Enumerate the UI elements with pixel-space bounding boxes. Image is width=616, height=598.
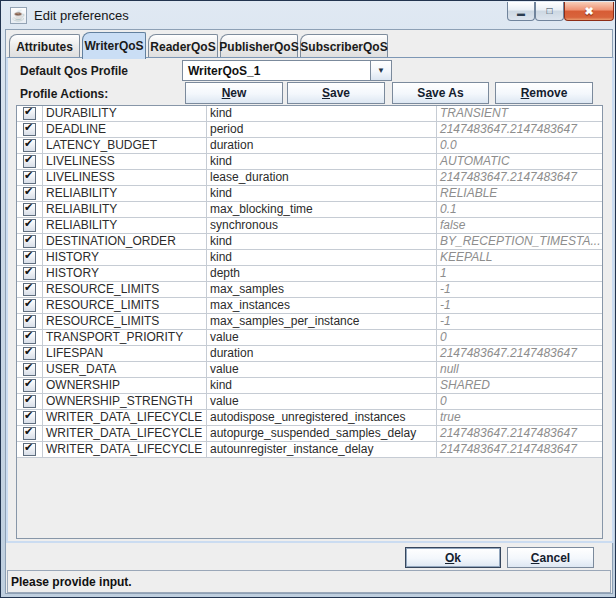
table-row[interactable]: ✔ USER_DATA value null: [17, 362, 602, 378]
table-row[interactable]: ✔ OWNERSHIP kind SHARED: [17, 378, 602, 394]
row-checkbox[interactable]: ✔: [23, 443, 36, 456]
value-cell[interactable]: RELIABLE: [437, 186, 602, 202]
table-row[interactable]: ✔ LIVELINESS lease_duration 2147483647.2…: [17, 170, 602, 186]
row-checkbox[interactable]: ✔: [23, 347, 36, 360]
tab-subscriberqos[interactable]: SubscriberQoS: [300, 34, 388, 58]
policy-cell[interactable]: RESOURCE_LIMITS: [43, 298, 207, 314]
policy-cell[interactable]: LIFESPAN: [43, 346, 207, 362]
policy-cell[interactable]: WRITER_DATA_LIFECYCLE: [43, 426, 207, 442]
row-checkbox[interactable]: ✔: [23, 139, 36, 152]
attribute-cell[interactable]: duration: [207, 138, 437, 154]
value-cell[interactable]: 2147483647.2147483647: [437, 442, 602, 458]
policy-cell[interactable]: RELIABILITY: [43, 202, 207, 218]
table-row[interactable]: ✔ HISTORY kind KEEPALL: [17, 250, 602, 266]
policy-cell[interactable]: OWNERSHIP: [43, 378, 207, 394]
attribute-cell[interactable]: kind: [207, 154, 437, 170]
value-cell[interactable]: 2147483647.2147483647: [437, 122, 602, 138]
table-row[interactable]: ✔ RESOURCE_LIMITS max_samples -1: [17, 282, 602, 298]
row-checkbox[interactable]: ✔: [23, 123, 36, 136]
row-checkbox[interactable]: ✔: [23, 235, 36, 248]
attribute-cell[interactable]: lease_duration: [207, 170, 437, 186]
attribute-cell[interactable]: value: [207, 362, 437, 378]
attribute-cell[interactable]: max_instances: [207, 298, 437, 314]
table-row[interactable]: ✔ LIVELINESS kind AUTOMATIC: [17, 154, 602, 170]
row-checkbox[interactable]: ✔: [23, 171, 36, 184]
value-cell[interactable]: 2147483647.2147483647: [437, 170, 602, 186]
table-row[interactable]: ✔ RELIABILITY synchronous false: [17, 218, 602, 234]
attribute-cell[interactable]: value: [207, 330, 437, 346]
value-cell[interactable]: 0: [437, 394, 602, 410]
attribute-cell[interactable]: autodispose_unregistered_instances: [207, 410, 437, 426]
value-cell[interactable]: 0.1: [437, 202, 602, 218]
value-cell[interactable]: SHARED: [437, 378, 602, 394]
value-cell[interactable]: 0.0: [437, 138, 602, 154]
attribute-cell[interactable]: autounregister_instance_delay: [207, 442, 437, 458]
maximize-button[interactable]: □: [535, 2, 564, 21]
table-row[interactable]: ✔ WRITER_DATA_LIFECYCLE autounregister_i…: [17, 442, 602, 458]
attribute-cell[interactable]: kind: [207, 234, 437, 250]
attribute-cell[interactable]: kind: [207, 250, 437, 266]
row-checkbox[interactable]: ✔: [23, 411, 36, 424]
close-button[interactable]: ✖: [564, 2, 614, 21]
cancel-button[interactable]: Cancel: [507, 547, 594, 568]
default-qos-profile-select[interactable]: WriterQoS_1 ▼: [182, 60, 392, 81]
policy-cell[interactable]: USER_DATA: [43, 362, 207, 378]
policy-cell[interactable]: HISTORY: [43, 266, 207, 282]
row-checkbox[interactable]: ✔: [23, 267, 36, 280]
policy-cell[interactable]: LIVELINESS: [43, 170, 207, 186]
attribute-cell[interactable]: value: [207, 394, 437, 410]
minimize-button[interactable]: ▬: [507, 2, 535, 21]
table-row[interactable]: ✔ RESOURCE_LIMITS max_samples_per_instan…: [17, 314, 602, 330]
value-cell[interactable]: -1: [437, 298, 602, 314]
tab-attributes[interactable]: Attributes: [9, 34, 80, 58]
tab-readerqos[interactable]: ReaderQoS: [148, 34, 218, 58]
attribute-cell[interactable]: max_samples: [207, 282, 437, 298]
row-checkbox[interactable]: ✔: [23, 155, 36, 168]
value-cell[interactable]: AUTOMATIC: [437, 154, 602, 170]
row-checkbox[interactable]: ✔: [23, 395, 36, 408]
policy-cell[interactable]: DEADLINE: [43, 122, 207, 138]
table-row[interactable]: ✔ LIFESPAN duration 2147483647.214748364…: [17, 346, 602, 362]
value-cell[interactable]: 2147483647.2147483647: [437, 346, 602, 362]
value-cell[interactable]: false: [437, 218, 602, 234]
ok-button[interactable]: Ok: [405, 547, 501, 568]
policy-cell[interactable]: RELIABILITY: [43, 186, 207, 202]
policy-cell[interactable]: RELIABILITY: [43, 218, 207, 234]
table-row[interactable]: ✔ OWNERSHIP_STRENGTH value 0: [17, 394, 602, 410]
row-checkbox[interactable]: ✔: [23, 363, 36, 376]
value-cell[interactable]: KEEPALL: [437, 250, 602, 266]
row-checkbox[interactable]: ✔: [23, 283, 36, 296]
row-checkbox[interactable]: ✔: [23, 107, 36, 120]
value-cell[interactable]: 0: [437, 330, 602, 346]
value-cell[interactable]: BY_RECEPTION_TIMESTA...: [437, 234, 602, 250]
value-cell[interactable]: TRANSIENT: [437, 106, 602, 122]
value-cell[interactable]: true: [437, 410, 602, 426]
tab-publisherqos[interactable]: PublisherQoS: [220, 34, 298, 58]
row-checkbox[interactable]: ✔: [23, 187, 36, 200]
policy-cell[interactable]: RESOURCE_LIMITS: [43, 282, 207, 298]
attribute-cell[interactable]: max_blocking_time: [207, 202, 437, 218]
policy-cell[interactable]: WRITER_DATA_LIFECYCLE: [43, 410, 207, 426]
attribute-cell[interactable]: duration: [207, 346, 437, 362]
policy-cell[interactable]: WRITER_DATA_LIFECYCLE: [43, 442, 207, 458]
table-row[interactable]: ✔ RELIABILITY max_blocking_time 0.1: [17, 202, 602, 218]
combo-dropdown-button[interactable]: ▼: [370, 61, 391, 80]
row-checkbox[interactable]: ✔: [23, 299, 36, 312]
row-checkbox[interactable]: ✔: [23, 251, 36, 264]
table-row[interactable]: ✔ RELIABILITY kind RELIABLE: [17, 186, 602, 202]
table-row[interactable]: ✔ TRANSPORT_PRIORITY value 0: [17, 330, 602, 346]
policy-cell[interactable]: RESOURCE_LIMITS: [43, 314, 207, 330]
attribute-cell[interactable]: synchronous: [207, 218, 437, 234]
policy-cell[interactable]: HISTORY: [43, 250, 207, 266]
value-cell[interactable]: -1: [437, 314, 602, 330]
table-row[interactable]: ✔ RESOURCE_LIMITS max_instances -1: [17, 298, 602, 314]
new-button[interactable]: New: [185, 82, 283, 104]
remove-button[interactable]: Remove: [495, 82, 593, 104]
attribute-cell[interactable]: max_samples_per_instance: [207, 314, 437, 330]
row-checkbox[interactable]: ✔: [23, 379, 36, 392]
row-checkbox[interactable]: ✔: [23, 331, 36, 344]
table-row[interactable]: ✔ HISTORY depth 1: [17, 266, 602, 282]
save-button[interactable]: Save: [287, 82, 385, 104]
table-row[interactable]: ✔ DESTINATION_ORDER kind BY_RECEPTION_TI…: [17, 234, 602, 250]
policy-cell[interactable]: OWNERSHIP_STRENGTH: [43, 394, 207, 410]
